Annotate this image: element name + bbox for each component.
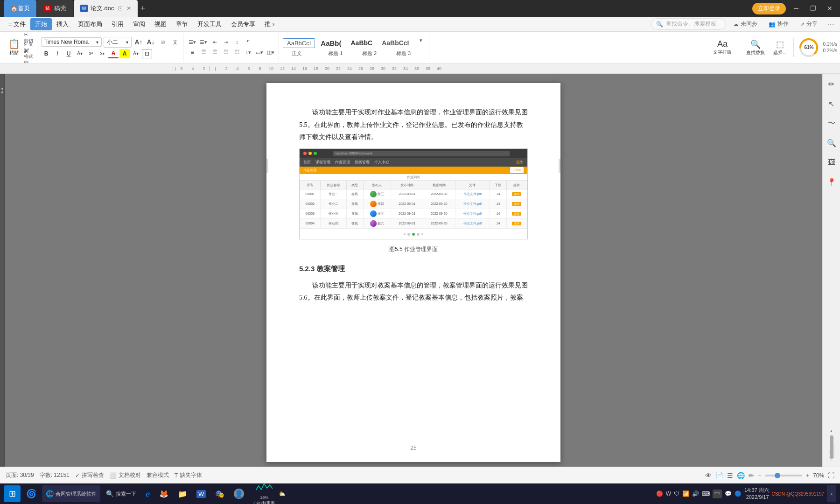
notification-area[interactable]: ▲: [827, 485, 836, 502]
border-button[interactable]: ▭▾: [254, 48, 265, 56]
tray-icon-3[interactable]: 🛡: [674, 490, 679, 497]
zoom-percent[interactable]: 70%: [813, 472, 824, 479]
list-unordered-button[interactable]: ☰▾: [187, 38, 197, 46]
share-button[interactable]: ↗ 分享: [796, 19, 821, 29]
select-button[interactable]: ⬚ 选择...: [771, 38, 789, 57]
taskbar-ie[interactable]: ℯ: [142, 485, 154, 502]
char-border-button[interactable]: ⊡: [142, 49, 152, 58]
italic-button[interactable]: I: [52, 49, 63, 58]
compat-mode-toggle[interactable]: 兼容模式: [147, 471, 169, 479]
tab-doc[interactable]: W 论文.doc ⊡ ✕: [74, 0, 138, 17]
tab-x-icon[interactable]: ✕: [126, 5, 131, 12]
menu-review[interactable]: 审阅: [128, 18, 150, 30]
scroll-thumb[interactable]: [830, 435, 833, 459]
superscript-button[interactable]: x²: [86, 49, 96, 58]
search-box[interactable]: 🔍 查找命令、搜索模板: [651, 18, 726, 30]
tray-icon-qq[interactable]: 💬: [725, 490, 732, 497]
style-h1[interactable]: AaBb(: [317, 38, 345, 48]
collab-button[interactable]: 👥 协作: [765, 19, 792, 29]
taskbar-search[interactable]: 🔍 搜索一下: [102, 485, 140, 502]
menu-start[interactable]: 开始: [30, 18, 52, 30]
menu-file[interactable]: ≡ 文件: [4, 18, 30, 30]
menu-more[interactable]: 推 ›: [260, 18, 279, 30]
sort-button[interactable]: ↕: [232, 38, 242, 46]
tray-icon-2[interactable]: W: [666, 490, 671, 497]
strikethrough-button[interactable]: A▾: [75, 49, 85, 58]
font-size-selector[interactable]: 小二 ▾: [104, 37, 132, 48]
paste-button[interactable]: 📋 粘贴: [6, 38, 22, 57]
clear-format-button[interactable]: ⎚: [158, 38, 168, 46]
outdent-button[interactable]: ⇤: [210, 38, 220, 46]
distribute-button[interactable]: ☷: [232, 48, 242, 57]
style-h2[interactable]: AaBbC: [347, 38, 376, 48]
start-button[interactable]: ⊞: [4, 485, 21, 502]
tray-bluetooth[interactable]: 🔵: [735, 490, 742, 497]
align-center-button[interactable]: ☰: [198, 48, 209, 57]
spell-check-toggle[interactable]: ✓ 拼写检查: [75, 471, 104, 479]
font-shrink-button[interactable]: A↓: [146, 38, 156, 46]
view-mode-focus[interactable]: ✏: [749, 472, 754, 479]
taskbar-app-browser[interactable]: 🌐 合同管理系统软件: [42, 485, 100, 502]
minimize-button[interactable]: ─: [790, 2, 803, 15]
align-left-button[interactable]: ≡: [187, 48, 197, 57]
style-normal[interactable]: AaBbCcI: [283, 38, 315, 48]
underline-button[interactable]: U: [63, 49, 74, 58]
align-right-button[interactable]: ☰: [210, 48, 220, 57]
view-mode-read[interactable]: 👁: [705, 472, 712, 479]
taskbar-app-user[interactable]: 👤: [230, 485, 248, 502]
tab-home[interactable]: 🏠 首页: [4, 0, 36, 17]
para-marks-button[interactable]: ¶: [243, 38, 253, 46]
missing-font-toggle[interactable]: T 缺失字体: [175, 471, 202, 479]
find-replace-button[interactable]: 🔍 查找替换: [744, 38, 767, 57]
fullscreen-button[interactable]: ⛶: [828, 472, 834, 479]
ime-indicator[interactable]: 中: [713, 490, 722, 498]
scroll-up-button[interactable]: ▲: [829, 427, 834, 434]
doc-check-toggle[interactable]: ⬜ 文档校对: [110, 471, 141, 479]
taskbar-word[interactable]: W: [193, 485, 210, 502]
shading-button[interactable]: ◫▾: [266, 48, 276, 56]
more-options-button[interactable]: ⋯: [825, 20, 836, 28]
document-area[interactable]: 该功能主要用于实现对作业基本信息的管理，作业管理界面的运行效果见图5.5。在此界…: [5, 74, 822, 467]
taskbar-explorer[interactable]: 📁: [174, 485, 191, 502]
bold-button[interactable]: B: [41, 49, 51, 58]
font-grow-button[interactable]: A↑: [133, 38, 144, 46]
taskbar-app-red[interactable]: 🎭: [211, 485, 228, 502]
taskbar-firefox[interactable]: 🦊: [155, 485, 172, 502]
close-button[interactable]: ✕: [823, 2, 836, 15]
font-name-selector[interactable]: Times New Roma ▾: [41, 37, 102, 47]
taskbar-app-fan[interactable]: 🌀: [22, 485, 40, 502]
font-color-button[interactable]: A: [108, 49, 119, 58]
list-ordered-button[interactable]: ☰▾: [198, 38, 209, 46]
sidebar-location-tool[interactable]: 📍: [825, 175, 838, 189]
style-more-button[interactable]: ▾: [416, 36, 426, 45]
justify-button[interactable]: ☷: [221, 48, 231, 57]
sync-button[interactable]: ☁ 未同步: [729, 19, 761, 29]
sidebar-wave-tool[interactable]: 〜: [825, 117, 838, 130]
menu-chapter[interactable]: 章节: [171, 18, 193, 30]
format-painter-button[interactable]: 🖌 格式刷: [24, 53, 34, 61]
char-convert-button[interactable]: 文: [170, 38, 180, 46]
tab-add-button[interactable]: +: [140, 4, 146, 14]
menu-vip[interactable]: 会员专享: [226, 18, 260, 30]
menu-devtools[interactable]: 开发工具: [193, 18, 226, 30]
tab-close-icon[interactable]: ⊡: [118, 5, 123, 12]
menu-view[interactable]: 视图: [150, 18, 171, 30]
restore-button[interactable]: ❐: [806, 2, 819, 15]
menu-insert[interactable]: 插入: [52, 18, 73, 30]
line-spacing-button[interactable]: ↕▾: [243, 48, 253, 56]
view-mode-web[interactable]: 🌐: [737, 472, 745, 479]
tray-icon-6[interactable]: ⌨: [702, 490, 710, 497]
clock-widget[interactable]: 14:37 周六 2022/9/17: [744, 487, 769, 501]
indent-button[interactable]: ⇥: [221, 38, 231, 46]
zoom-plus[interactable]: +: [806, 472, 809, 479]
tray-icon-5[interactable]: 🔊: [692, 490, 699, 497]
menu-ref[interactable]: 引用: [107, 18, 128, 30]
sidebar-pen-tool[interactable]: ✏: [825, 77, 838, 91]
highlight-button[interactable]: A: [119, 49, 130, 58]
style-h3[interactable]: AaBbCcI: [378, 38, 413, 48]
zoom-minus[interactable]: −: [758, 472, 761, 479]
sidebar-cursor-tool[interactable]: ↖: [825, 97, 838, 110]
char-shading-button[interactable]: A▾: [131, 49, 141, 58]
tray-icon-4[interactable]: 📶: [682, 490, 689, 497]
text-layout-button[interactable]: Aa 文字排版: [711, 38, 734, 57]
